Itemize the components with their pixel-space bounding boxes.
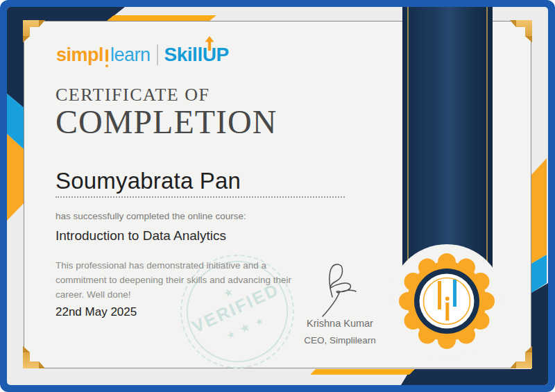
completion-heading: COMPLETION — [56, 103, 277, 141]
signature-scribble — [302, 261, 375, 321]
completion-subtitle: has successfully completed the online co… — [56, 211, 246, 221]
stamp-star-icon: ★ — [225, 328, 237, 341]
corner-bracket-bottomleft-icon — [22, 346, 46, 369]
medal-badge-icon — [395, 249, 499, 353]
logo-inverted-i-icon — [104, 43, 110, 67]
certificate-frame: simpl learn Skill U P CERTIFICATE OF COM… — [0, 0, 555, 392]
signer-name: Krishna Kumar — [284, 318, 395, 329]
signer-title: CEO, Simplilearn — [284, 335, 395, 346]
ribbon-pinstripe — [486, 7, 488, 271]
name-underline — [56, 188, 345, 198]
description-text: This professional has demonstrated initi… — [56, 258, 307, 302]
certificate-page: simpl learn Skill U P CERTIFICATE OF COM… — [0, 0, 555, 392]
stamp-star-icon: ★ — [237, 319, 253, 336]
up-arrow-icon — [205, 36, 214, 51]
corner-bracket-bottomright-icon — [509, 346, 533, 369]
stamp-star-icon: ★ — [253, 315, 265, 328]
logo-divider — [157, 44, 158, 65]
logo-simpl-text: simpl — [56, 43, 103, 67]
logo-learn-text: learn — [110, 43, 151, 67]
logo-p-text: P — [216, 43, 228, 67]
award-ribbon — [402, 7, 493, 271]
completion-date: 22nd May 2025 — [56, 305, 137, 319]
logo-skill-text: Skill — [164, 43, 203, 67]
logo-u-with-arrow: U — [203, 43, 216, 67]
corner-bracket-topleft-icon — [22, 19, 46, 43]
corner-bracket-topright-icon — [509, 19, 533, 43]
ribbon-pinstripe — [407, 7, 409, 271]
course-title: Introduction to Data Analytics — [56, 228, 226, 244]
simplilearn-skillup-logo: simpl learn Skill U P — [56, 39, 229, 67]
